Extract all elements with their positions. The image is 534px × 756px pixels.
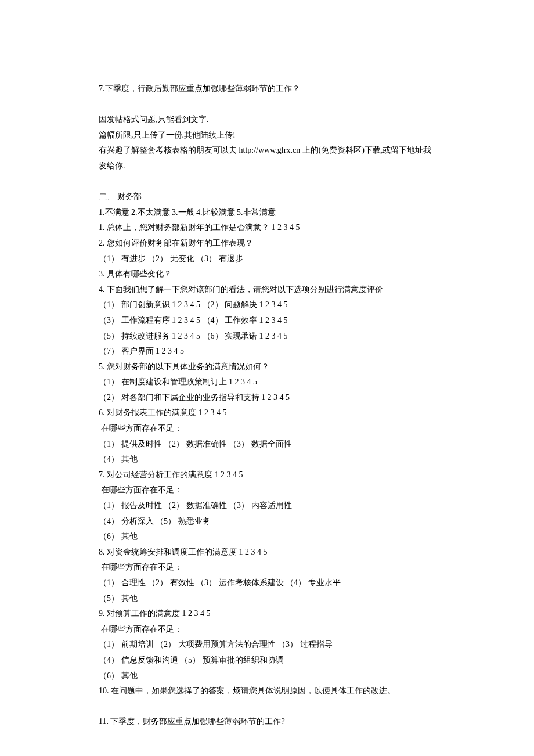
text-line: 1.不满意 2.不太满意 3.一般 4.比较满意 5.非常满意 [99, 205, 435, 221]
text-line [99, 174, 435, 190]
text-line: 2. 您如何评价财务部在新财年的工作表现？ [99, 236, 435, 251]
text-line: （1） 提供及时性 （2） 数据准确性 （3） 数据全面性 [99, 437, 435, 452]
text-line: （6） 其他 [99, 529, 435, 545]
text-line: 7. 对公司经营分析工作的满意度 1 2 3 4 5 [99, 467, 435, 483]
text-line: 在哪些方面存在不足： [99, 483, 435, 498]
text-line: 因发帖格式问题,只能看到文字. [99, 112, 435, 128]
text-line: 在哪些方面存在不足： [99, 560, 435, 575]
text-line: 10. 在问题中，如果您选择了的答案，烦请您具体说明原因，以便具体工作的改进。 [99, 683, 435, 699]
text-line: （1） 报告及时性 （2） 数据准确性 （3） 内容适用性 [99, 498, 435, 514]
text-line: 有兴趣了解整套考核表格的朋友可以去 http://www.glrx.cn 上的(… [99, 143, 435, 174]
text-line: 在哪些方面存在不足： [99, 622, 435, 638]
text-line: 二、 财务部 [99, 189, 435, 205]
text-line: 3. 具体有哪些变化？ [99, 267, 435, 282]
text-line: 在哪些方面存在不足： [99, 421, 435, 437]
text-line [99, 699, 435, 715]
text-line: 8. 对资金统筹安排和调度工作的满意度 1 2 3 4 5 [99, 545, 435, 560]
text-line: （7） 客户界面 1 2 3 4 5 [99, 344, 435, 359]
text-line: 11. 下季度，财务部应重点加强哪些薄弱环节的工作? [99, 714, 435, 730]
text-line: （2） 对各部门和下属企业的业务指导和支持 1 2 3 4 5 [99, 390, 435, 406]
text-line: （6） 其他 [99, 668, 435, 684]
text-line: （1） 合理性 （2） 有效性 （3） 运作考核体系建设 （4） 专业水平 [99, 575, 435, 591]
document-body: 7.下季度，行政后勤部应重点加强哪些薄弱环节的工作？ 因发帖格式问题,只能看到文… [99, 81, 435, 730]
text-line: （3） 工作流程有序 1 2 3 4 5 （4） 工作效率 1 2 3 4 5 [99, 313, 435, 329]
text-line: 6. 对财务报表工作的满意度 1 2 3 4 5 [99, 405, 435, 421]
text-line: （1） 前期培训 （2） 大项费用预算方法的合理性 （3） 过程指导 [99, 637, 435, 653]
text-line: （4） 分析深入 （5） 熟悉业务 [99, 514, 435, 530]
text-line: （4） 其他 [99, 452, 435, 467]
text-line: 1. 总体上，您对财务部新财年的工作是否满意？ 1 2 3 4 5 [99, 220, 435, 236]
text-line: 4. 下面我们想了解一下您对该部门的看法，请您对以下选项分别进行满意度评价 [99, 282, 435, 298]
text-line: 7.下季度，行政后勤部应重点加强哪些薄弱环节的工作？ [99, 81, 435, 97]
text-line: （1） 有进步 （2） 无变化 （3） 有退步 [99, 251, 435, 267]
text-line: 9. 对预算工作的满意度 1 2 3 4 5 [99, 606, 435, 622]
text-line: 5. 您对财务部的以下具体业务的满意情况如何？ [99, 359, 435, 375]
text-line [99, 97, 435, 113]
text-line: 篇幅所限,只上传了一份.其他陆续上传! [99, 128, 435, 143]
text-line: （1） 在制度建设和管理政策制订上 1 2 3 4 5 [99, 375, 435, 390]
text-line: （5） 持续改进服务 1 2 3 4 5 （6） 实现承诺 1 2 3 4 5 [99, 329, 435, 344]
text-line: （5） 其他 [99, 591, 435, 607]
text-line: （4） 信息反馈和沟通 （5） 预算审批的组织和协调 [99, 653, 435, 668]
text-line: （1） 部门创新意识 1 2 3 4 5 （2） 问题解决 1 2 3 4 5 [99, 297, 435, 313]
